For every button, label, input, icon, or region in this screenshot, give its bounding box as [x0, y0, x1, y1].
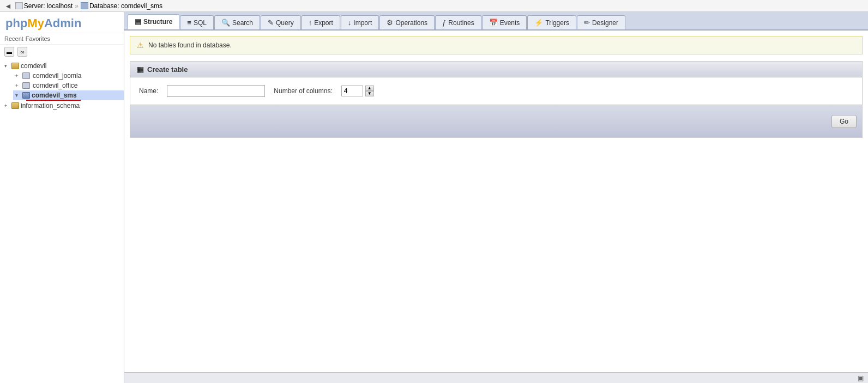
table-name-input[interactable] — [167, 85, 265, 97]
sql-tab-icon: ≡ — [187, 19, 191, 27]
tree-label-comdevil-office: comdevil_office — [33, 82, 78, 89]
tab-routines-label: Routines — [448, 19, 474, 27]
breadcrumb-server: Server: localhost — [24, 2, 73, 10]
tab-triggers[interactable]: ⚡ Triggers — [527, 15, 576, 29]
logo-php: php — [5, 16, 27, 30]
logo-my: My — [27, 16, 44, 30]
recent-btn[interactable]: Recent — [4, 35, 23, 42]
import-tab-icon: ↓ — [348, 19, 352, 27]
tree-item-comdevil-office[interactable]: + comdevil_office — [13, 81, 124, 90]
tab-export-label: Export — [314, 19, 333, 27]
routines-tab-icon: ƒ — [442, 19, 446, 27]
spinner-up-btn[interactable]: ▲ — [365, 86, 374, 91]
main-content: ⚠ No tables found in database. ▦ Create … — [124, 31, 868, 372]
tab-export[interactable]: ↑ Export — [302, 15, 340, 29]
tab-designer-label: Designer — [592, 19, 618, 27]
tab-sql-label: SQL — [194, 19, 207, 27]
create-table-title: Create table — [147, 65, 188, 74]
server-icon — [15, 2, 23, 9]
create-table-form: Name: Number of columns: ▲ ▼ — [130, 77, 862, 105]
logo-admin: Admin — [44, 16, 81, 30]
sidebar-actions: Recent Favorites — [0, 33, 124, 45]
toggle-comdevil[interactable]: ▾ — [4, 63, 10, 69]
triggers-tab-icon: ⚡ — [534, 19, 543, 27]
tab-triggers-label: Triggers — [545, 19, 569, 27]
back-arrow-btn[interactable]: ◄ — [4, 2, 12, 10]
create-table-section: ▦ Create table Name: Number of columns: … — [130, 61, 863, 138]
toggle-comdevil-office[interactable]: + — [15, 83, 21, 88]
database-tree: ▾ comdevil + comdevil_joomla + comdevil_… — [0, 59, 124, 383]
tree-item-comdevil-sms[interactable]: ▾ comdevil_sms — [13, 90, 124, 100]
tab-import[interactable]: ↓ Import — [341, 15, 379, 29]
tab-sql[interactable]: ≡ SQL — [180, 15, 214, 29]
tab-query[interactable]: ✎ Query — [261, 15, 301, 29]
sidebar: phpMyAdmin Recent Favorites ▬ ∞ ▾ comdev… — [0, 12, 124, 383]
spinner-btns: ▲ ▼ — [365, 86, 374, 96]
tree-label-comdevil: comdevil — [21, 62, 46, 70]
content-area: ▤ Structure ≡ SQL 🔍 Search ✎ Query ↑ Exp… — [124, 12, 868, 383]
tab-operations[interactable]: ⚙ Operations — [379, 15, 435, 29]
tree-item-comdevil-joomla[interactable]: + comdevil_joomla — [13, 71, 124, 81]
operations-tab-icon: ⚙ — [387, 19, 393, 27]
tab-structure-label: Structure — [143, 18, 172, 26]
breadcrumb-db-icon — [81, 2, 88, 9]
tab-search[interactable]: 🔍 Search — [214, 15, 260, 29]
tab-designer[interactable]: ✏ Designer — [577, 15, 625, 29]
db-icon-info-schema — [11, 102, 19, 109]
tab-bar: ▤ Structure ≡ SQL 🔍 Search ✎ Query ↑ Exp… — [124, 12, 868, 31]
export-tab-icon: ↑ — [309, 19, 312, 27]
sidebar-collapse-btn[interactable]: ▬ — [4, 47, 14, 57]
tree-item-information-schema[interactable]: + information_schema — [0, 101, 124, 111]
spinner-down-btn[interactable]: ▼ — [365, 91, 374, 96]
toggle-comdevil-sms[interactable]: ▾ — [15, 93, 21, 98]
folder-icon-office — [22, 82, 30, 89]
go-area: Go — [130, 105, 862, 137]
sidebar-link-btn[interactable]: ∞ — [17, 47, 27, 57]
columns-label: Number of columns: — [274, 87, 332, 95]
create-table-icon: ▦ — [137, 65, 144, 74]
bottom-icon[interactable]: ▣ — [858, 374, 864, 382]
alert-message: No tables found in database. — [148, 41, 232, 49]
bottom-bar: ▣ — [124, 372, 868, 383]
events-tab-icon: 📅 — [489, 19, 498, 27]
breadcrumb-db: Database: comdevil_sms — [89, 2, 162, 10]
logo-area: phpMyAdmin — [0, 12, 124, 33]
go-button[interactable]: Go — [831, 115, 857, 128]
tree-label-comdevil-sms: comdevil_sms — [32, 92, 77, 99]
tree-label-comdevil-joomla: comdevil_joomla — [33, 72, 81, 80]
db-icon-comdevil — [11, 63, 19, 69]
top-bar: ◄ Server: localhost » Database: comdevil… — [0, 0, 868, 12]
alert-bar: ⚠ No tables found in database. — [130, 36, 863, 54]
tab-routines[interactable]: ƒ Routines — [435, 15, 481, 29]
warning-icon: ⚠ — [137, 41, 144, 50]
tab-import-label: Import — [353, 19, 372, 27]
tab-structure[interactable]: ▤ Structure — [128, 14, 179, 29]
tree-item-comdevil[interactable]: ▾ comdevil — [0, 61, 124, 71]
logo: phpMyAdmin — [5, 16, 118, 31]
create-table-header: ▦ Create table — [130, 62, 862, 77]
query-tab-icon: ✎ — [268, 19, 274, 27]
tree-label-info-schema: information_schema — [21, 102, 80, 110]
num-columns-input[interactable] — [341, 86, 363, 96]
name-label: Name: — [139, 87, 158, 95]
favorites-btn[interactable]: Favorites — [26, 35, 50, 42]
designer-tab-icon: ✏ — [584, 19, 590, 27]
tree-children-comdevil: + comdevil_joomla + comdevil_office ▾ co… — [0, 71, 124, 101]
breadcrumb-sep1: » — [75, 2, 79, 10]
structure-tab-icon: ▤ — [135, 17, 141, 26]
tab-events-label: Events — [500, 19, 520, 27]
folder-icon-sms — [22, 92, 30, 99]
sidebar-icon-bar: ▬ ∞ — [0, 45, 124, 59]
num-columns-wrapper: ▲ ▼ — [341, 86, 374, 96]
search-tab-icon: 🔍 — [221, 19, 230, 27]
folder-icon-joomla — [22, 72, 30, 79]
tab-operations-label: Operations — [395, 19, 427, 27]
toggle-comdevil-joomla[interactable]: + — [15, 73, 21, 78]
toggle-info-schema[interactable]: + — [4, 103, 10, 108]
tab-events[interactable]: 📅 Events — [482, 15, 527, 29]
tab-query-label: Query — [276, 19, 294, 27]
tab-search-label: Search — [232, 19, 253, 27]
